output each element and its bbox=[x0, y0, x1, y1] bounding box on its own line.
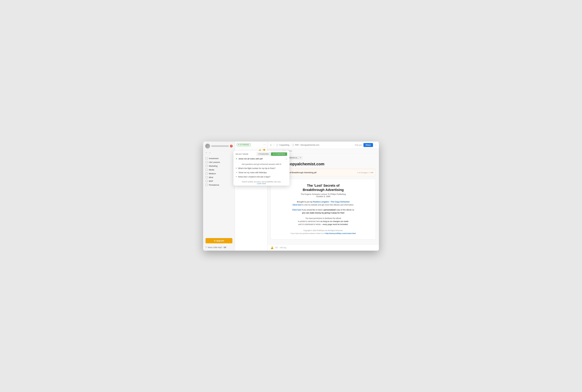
only-you-text: Only you bbox=[355, 144, 362, 146]
ai-suggestion-2[interactable]: ·✦ Show me my notes with Webclips bbox=[234, 170, 290, 175]
tab-standard[interactable]: Standard bbox=[256, 152, 271, 156]
forward-button[interactable]: → bbox=[208, 152, 211, 154]
bell-icon[interactable]: 🔔 bbox=[270, 246, 274, 249]
breadcrumb-section: Copywriting bbox=[279, 144, 289, 146]
ai-search-input[interactable] bbox=[238, 158, 284, 160]
clear-icon[interactable]: ⊙ bbox=[286, 158, 287, 160]
pdf-personalized-row: Click here if you would like to have a p… bbox=[277, 208, 370, 214]
tag-icon[interactable]: 🏷 bbox=[276, 246, 278, 249]
left-panel: 2 ← → Investment Life Lessons Marketing … bbox=[203, 142, 235, 251]
sidebar-item-label: Life Lessons bbox=[209, 161, 220, 163]
pdf-brought: Brought to you by Pauline Longdon - The … bbox=[277, 200, 370, 203]
left-header: 2 bbox=[203, 142, 235, 150]
pdf-subtitle: The Eugene Schwartz Lecture To Philips P… bbox=[277, 193, 370, 198]
middle-header: AI-POWERED ··· bbox=[235, 142, 267, 148]
notification-badge: 2 bbox=[230, 145, 233, 148]
ai-search-input-row: ✦ ⊙ bbox=[234, 156, 290, 162]
sidebar-item-label: MVP bbox=[209, 180, 213, 182]
right-header-actions: Only you Share ··· bbox=[355, 143, 376, 147]
brought-text: Brought to you by bbox=[297, 200, 312, 203]
note-icon bbox=[206, 180, 208, 182]
pdf-pages: 1 of 29 pages bbox=[357, 172, 368, 174]
user-name-bar bbox=[211, 145, 229, 147]
ai-suggestion-icon: ✦ bbox=[236, 176, 237, 178]
ai-badge-label: AI-POWERED bbox=[240, 144, 249, 146]
ai-suggestion-icon: ·✦ bbox=[236, 172, 237, 174]
breadcrumb-document-icon: 📄 bbox=[276, 144, 278, 146]
chevron-down-icon: ▼ bbox=[300, 157, 301, 158]
author-link[interactable]: Pauline Longdon - The Copy Alchemist bbox=[313, 200, 350, 203]
ai-suggestion-text: Notes that I created in the last 3 days? bbox=[238, 176, 270, 178]
contact-link[interactable]: http://www.profittips.com/contact.html bbox=[326, 232, 356, 234]
select-mode-label: SELECT MODE bbox=[236, 153, 248, 155]
pdf-permission: You have permission to distribute this e… bbox=[277, 217, 370, 226]
sidebar-item-media[interactable]: Media bbox=[203, 168, 235, 172]
keyboard-icon: ⌨ bbox=[224, 246, 226, 248]
sidebar-item-label: Investment bbox=[209, 157, 218, 160]
mode-tabs: Standard AI-Powered bbox=[256, 152, 287, 156]
sidebar-item-life-lessons[interactable]: Life Lessons bbox=[203, 160, 235, 164]
close-icon[interactable]: ✕ bbox=[270, 144, 272, 146]
ai-suggestion-1[interactable]: ✦ What's the flight number for my trip t… bbox=[234, 166, 290, 170]
ai-badge: AI-POWERED bbox=[237, 143, 250, 146]
breadcrumb-page: PDF - thecopyalchemist.com bbox=[295, 144, 319, 146]
sidebar-item-label: Marketing bbox=[209, 165, 218, 167]
ai-disclaimer: Search quality, accuracy, and availabili… bbox=[234, 179, 290, 186]
collapse-sidebar-button[interactable]: ‹ bbox=[233, 242, 235, 244]
note-icon bbox=[206, 169, 208, 171]
breadcrumb-separator: › bbox=[290, 144, 291, 146]
disclaimer-text: Search quality, accuracy, and availabili… bbox=[242, 181, 281, 182]
note-icon bbox=[206, 176, 208, 178]
share-button[interactable]: Share bbox=[364, 143, 373, 147]
ai-suggestion-text: What's the flight number for my trip to … bbox=[238, 167, 276, 170]
middle-panel: AI-POWERED ··· 👍 👎 ☰ ⊟ show me all notes… bbox=[235, 142, 268, 251]
right-header: ✕ | 📄 Copywriting › 📄 PDF - thecopyalche… bbox=[268, 142, 379, 149]
pdf-main-title: The 'Lost' Secrets ofBreakthrough Advert… bbox=[277, 184, 370, 192]
more-options-button[interactable]: ··· bbox=[374, 144, 376, 146]
ai-input-icon: ✦ bbox=[236, 158, 237, 160]
sidebar-item-mind[interactable]: Mind bbox=[203, 176, 235, 179]
learn-more-link[interactable]: Learn more bbox=[257, 182, 266, 184]
left-content: Investment Life Lessons Marketing Media … bbox=[203, 155, 235, 236]
nav-arrows: ← → bbox=[203, 150, 235, 155]
upgrade-button[interactable]: ⊙ Upgrade bbox=[206, 238, 232, 243]
sidebar-item-investment[interactable]: Investment bbox=[203, 156, 235, 160]
sidebar-item-label: Persistence bbox=[209, 184, 219, 186]
help-icon: ? bbox=[206, 246, 206, 248]
more-options-button[interactable]: ··· bbox=[264, 143, 266, 146]
help-row[interactable]: ? Need a little help? ⌨ bbox=[203, 245, 235, 251]
pdf-click-row: Click here to visit my website and get m… bbox=[277, 204, 370, 206]
sidebar-item-persistence[interactable]: Persistence bbox=[203, 183, 235, 187]
ai-badge-dot bbox=[238, 144, 239, 145]
note-icon bbox=[206, 165, 208, 167]
click-here-1-link[interactable]: Click here bbox=[292, 204, 302, 206]
sidebar-item-label: Mind bbox=[209, 176, 213, 178]
help-text: Need a little help? bbox=[208, 246, 222, 248]
breadcrumb-document-icon2: 📄 bbox=[292, 144, 294, 146]
ai-suggestions-header: Ask questions and get enhanced answers w… bbox=[234, 162, 290, 166]
note-icon bbox=[206, 157, 208, 160]
sidebar-item-mvp[interactable]: MVP bbox=[203, 179, 235, 183]
pdf-copyright: Copyright © 2010 ProfitTips.com All Righ… bbox=[277, 229, 370, 235]
sidebar-item-marketing[interactable]: Marketing bbox=[203, 164, 235, 168]
note-icon bbox=[206, 184, 208, 186]
ai-search-dropdown: SELECT MODE Standard AI-Powered ✦ ⊙ Ask … bbox=[234, 150, 290, 186]
ai-dropdown-header: SELECT MODE Standard AI-Powered bbox=[234, 150, 290, 156]
avatar bbox=[205, 144, 210, 148]
pdf-preview: The 'Lost' Secrets ofBreakthrough Advert… bbox=[270, 179, 376, 240]
click-here-2-link[interactable]: Click here bbox=[292, 209, 301, 211]
back-button[interactable]: ← bbox=[205, 152, 208, 154]
ai-suggestion-3[interactable]: ✦ Notes that I created in the last 3 day… bbox=[234, 175, 290, 179]
note-footer: 🔔 🏷 Add tag bbox=[268, 244, 379, 251]
pdf-meta: 1 of 29 pages • 1 MB bbox=[357, 172, 373, 174]
sidebar-item-label: Media bbox=[209, 169, 214, 171]
ai-suggestion-text: Show me my notes with Webclips bbox=[238, 172, 267, 174]
app-window: 2 ← → Investment Life Lessons Marketing … bbox=[203, 142, 379, 251]
note-icon bbox=[206, 161, 208, 163]
pdf-size: 1 MB bbox=[369, 172, 373, 174]
sidebar-item-label: Medium bbox=[209, 172, 216, 175]
add-tag-text[interactable]: Add tag bbox=[280, 246, 286, 249]
tab-ai-powered[interactable]: AI-Powered bbox=[271, 152, 287, 156]
sidebar-item-medium[interactable]: Medium bbox=[203, 172, 235, 176]
breadcrumb: 📄 Copywriting › 📄 PDF - thecopyalchemist… bbox=[276, 144, 354, 146]
